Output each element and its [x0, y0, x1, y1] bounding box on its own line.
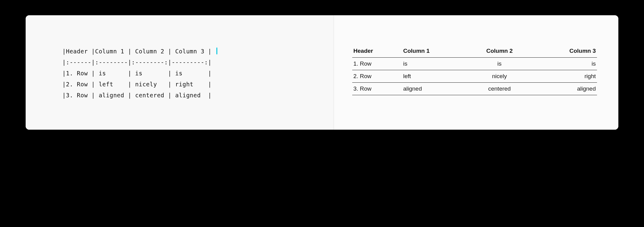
- markdown-editor-pane[interactable]: |Header |Column 1 | Column 2 | Column 3 …: [26, 15, 334, 130]
- table-cell: 2. Row: [352, 70, 402, 83]
- editor-text: |1. Row | is | is | is |: [62, 70, 212, 77]
- table-cell: aligned: [402, 83, 467, 95]
- editor-text: |2. Row | left | nicely | right |: [62, 81, 212, 88]
- table-cell: is: [402, 58, 467, 70]
- table-cell: aligned: [532, 83, 597, 95]
- table-cell: 3. Row: [352, 83, 402, 95]
- editor-line[interactable]: |1. Row | is | is | is |: [62, 68, 334, 79]
- text-cursor-icon: [216, 48, 217, 54]
- table-header-cell: Column 3: [532, 45, 597, 58]
- table-cell: 1. Row: [352, 58, 402, 70]
- table-row: 3. Row aligned centered aligned: [352, 83, 597, 95]
- table-row: 1. Row is is is: [352, 58, 597, 70]
- editor-text: |:------|:--------|:--------:|---------:…: [62, 59, 212, 66]
- table-cell: is: [467, 58, 532, 70]
- table-row: 2. Row left nicely right: [352, 70, 597, 83]
- table-cell: is: [532, 58, 597, 70]
- editor-text: |Header |Column 1 | Column 2 | Column 3 …: [62, 48, 215, 55]
- table-header-cell: Header: [352, 45, 402, 58]
- editor-line[interactable]: |Header |Column 1 | Column 2 | Column 3 …: [62, 46, 334, 57]
- table-cell: nicely: [467, 70, 532, 83]
- editor-line[interactable]: |3. Row | aligned | centered | aligned |: [62, 90, 334, 101]
- editor-line[interactable]: |2. Row | left | nicely | right |: [62, 79, 334, 90]
- markdown-preview-pane: Header Column 1 Column 2 Column 3 1. Row…: [334, 15, 618, 130]
- editor-text: |3. Row | aligned | centered | aligned |: [62, 92, 212, 99]
- app-card: |Header |Column 1 | Column 2 | Column 3 …: [26, 15, 618, 130]
- table-header-cell: Column 2: [467, 45, 532, 58]
- table-header-row: Header Column 1 Column 2 Column 3: [352, 45, 597, 58]
- table-cell: left: [402, 70, 467, 83]
- table-header-cell: Column 1: [402, 45, 467, 58]
- editor-line[interactable]: |:------|:--------|:--------:|---------:…: [62, 57, 334, 68]
- table-cell: right: [532, 70, 597, 83]
- rendered-table: Header Column 1 Column 2 Column 3 1. Row…: [352, 45, 597, 95]
- table-cell: centered: [467, 83, 532, 95]
